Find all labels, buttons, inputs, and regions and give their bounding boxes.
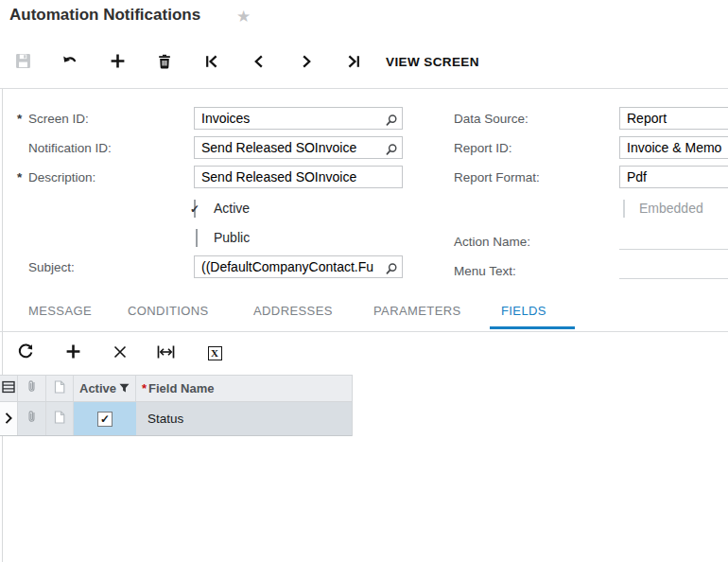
notification-id-label: Notification ID:: [28, 141, 112, 155]
go-previous-button[interactable]: [244, 47, 274, 78]
row-chooser-icon: [2, 380, 15, 397]
notification-id-input[interactable]: Send Released SOInvoice: [194, 136, 403, 159]
add-record-button[interactable]: [102, 47, 132, 78]
page-title: Automation Notifications: [9, 6, 200, 25]
fields-grid: Active * Field Name: [0, 375, 353, 436]
undo-icon: [61, 53, 78, 73]
tab-fields[interactable]: FIELDS: [501, 304, 546, 318]
go-first-button[interactable]: [197, 47, 227, 78]
plus-icon: [110, 53, 126, 72]
first-record-icon: [204, 54, 219, 72]
chevron-left-icon: [251, 54, 267, 72]
active-tab-underline: [490, 326, 575, 329]
lookup-magnifier-icon[interactable]: [385, 112, 398, 130]
row-active-checkbox[interactable]: [97, 412, 113, 427]
description-input[interactable]: Send Released SOInvoice: [194, 166, 403, 188]
delete-record-button[interactable]: [149, 47, 180, 78]
refresh-icon: [17, 343, 34, 363]
active-column-header[interactable]: Active: [74, 376, 136, 401]
trash-icon: [157, 54, 172, 72]
row-note-cell[interactable]: [46, 402, 74, 435]
row-settings-column-header[interactable]: [0, 376, 18, 401]
paperclip-icon: [26, 410, 37, 428]
tab-bar-border: [0, 331, 728, 332]
chevron-right-icon: [299, 54, 314, 72]
lookup-magnifier-icon[interactable]: [385, 260, 398, 278]
refresh-button[interactable]: [10, 338, 41, 368]
report-id-label: Report ID:: [454, 141, 512, 155]
notes-column-header[interactable]: [46, 376, 74, 401]
save-icon: [15, 53, 31, 72]
active-checkbox-label: Active: [214, 201, 250, 216]
screen-id-label: Screen ID:: [28, 112, 89, 126]
favorite-star-icon[interactable]: ★: [236, 7, 251, 26]
required-marker: *: [17, 112, 22, 126]
subject-label: Subject:: [28, 260, 75, 274]
tab-message[interactable]: MESSAGE: [28, 304, 92, 318]
export-to-excel-button[interactable]: X: [199, 338, 230, 368]
tab-parameters[interactable]: PARAMETERS: [373, 304, 461, 318]
add-row-button[interactable]: [58, 338, 88, 368]
active-checkbox[interactable]: [194, 200, 196, 218]
fit-width-icon: [156, 344, 176, 362]
attachment-column-header[interactable]: [18, 376, 46, 401]
fit-to-screen-button[interactable]: [150, 338, 181, 368]
required-marker: *: [142, 381, 147, 395]
row-selector-cell[interactable]: [0, 402, 18, 435]
required-marker: *: [17, 170, 22, 184]
tab-conditions[interactable]: CONDITIONS: [128, 304, 209, 318]
toolbar-divider: [0, 88, 728, 89]
automation-notifications-screen: Automation Notifications ★: [0, 0, 728, 562]
note-icon: [54, 380, 65, 397]
data-source-label: Data Source:: [454, 112, 529, 126]
grid-header-row: Active * Field Name: [0, 376, 352, 402]
row-active-cell[interactable]: [74, 402, 136, 435]
public-checkbox[interactable]: [196, 229, 198, 247]
last-record-icon: [346, 54, 361, 72]
excel-icon: X: [208, 346, 222, 360]
action-name-label: Action Name:: [454, 235, 530, 249]
field-name-column-header[interactable]: * Field Name: [136, 376, 352, 401]
embedded-checkbox-label: Embedded: [639, 201, 703, 216]
filter-icon[interactable]: [119, 383, 130, 394]
lookup-magnifier-icon[interactable]: [385, 141, 398, 159]
x-icon: [113, 344, 128, 362]
grid-row-status[interactable]: Status: [0, 402, 352, 436]
note-icon: [54, 411, 65, 428]
subject-input[interactable]: ((DefaultCompanyContact.Fu: [194, 255, 403, 278]
go-next-button[interactable]: [291, 47, 321, 78]
report-id-input[interactable]: Invoice & Memo: [619, 136, 728, 159]
go-last-button[interactable]: [338, 47, 369, 78]
row-selector-chevron-icon: [5, 411, 12, 428]
description-label: Description:: [28, 170, 95, 184]
view-screen-button[interactable]: VIEW SCREEN: [386, 47, 479, 78]
delete-row-button[interactable]: [105, 338, 135, 368]
public-checkbox-label: Public: [214, 230, 250, 245]
undo-button[interactable]: [55, 47, 85, 78]
row-field-name-cell[interactable]: Status: [136, 402, 352, 435]
action-name-input: [619, 227, 728, 250]
save-button[interactable]: [8, 47, 38, 78]
row-attachment-cell[interactable]: [18, 402, 46, 435]
screen-id-input[interactable]: Invoices: [194, 107, 403, 130]
menu-text-input: [619, 256, 728, 279]
data-source-input[interactable]: Report: [619, 107, 728, 130]
report-format-label: Report Format:: [454, 170, 540, 184]
panel-left-border: [2, 89, 3, 562]
menu-text-label: Menu Text:: [454, 264, 516, 278]
tab-addresses[interactable]: ADDRESSES: [253, 304, 333, 318]
embedded-checkbox: [623, 200, 625, 218]
paperclip-icon: [26, 379, 37, 397]
report-format-input[interactable]: Pdf: [619, 166, 728, 188]
plus-icon: [65, 343, 81, 362]
